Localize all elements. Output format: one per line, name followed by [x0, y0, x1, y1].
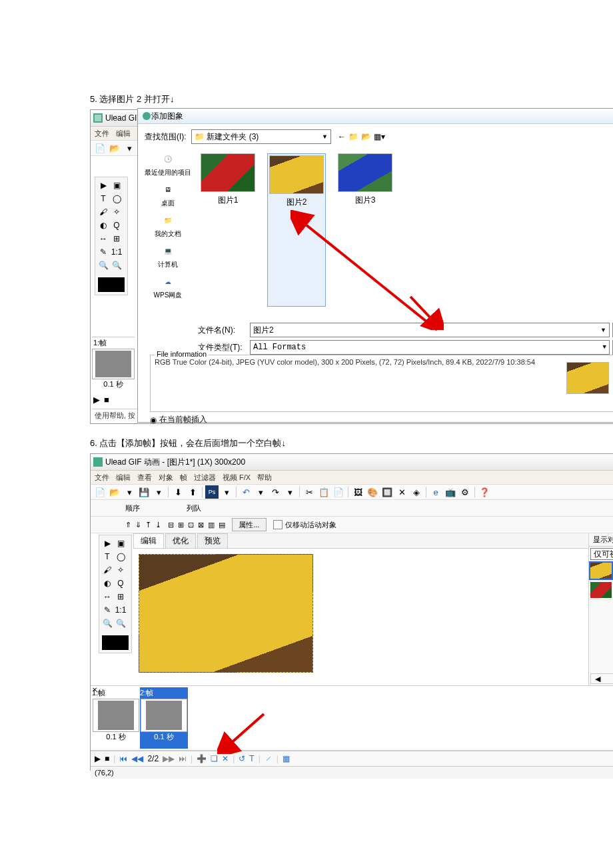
new-icon[interactable]: 📄 — [93, 485, 107, 499]
tab-optimize[interactable]: 优化 — [165, 533, 196, 548]
align-icon[interactable]: ▥ — [208, 521, 215, 529]
menu-help[interactable]: 帮助 — [257, 473, 272, 483]
tween-icon[interactable]: ↺ — [239, 754, 245, 763]
place-desktop[interactable]: 🖥桌面 — [159, 181, 177, 208]
menu-video[interactable]: 视频 F/X — [223, 473, 251, 483]
scale-tool[interactable]: 1:1 — [110, 245, 123, 259]
frame-2-selected[interactable] — [141, 699, 187, 732]
menu-file[interactable]: 文件 — [95, 129, 109, 139]
color-swatch[interactable] — [101, 634, 130, 651]
place-wps[interactable]: ☁WPS网盘 — [154, 273, 183, 300]
pointer-tool[interactable]: ▶ — [101, 537, 114, 550]
obj-row-2[interactable]: 👁 Obj - 2 (0,0)(宽 — [589, 561, 613, 581]
align-icon[interactable]: ▤ — [219, 521, 225, 529]
menu-file[interactable]: 文件 — [95, 473, 109, 483]
align-icon[interactable]: ⊟ — [168, 521, 174, 529]
cut-icon[interactable]: ✂ — [303, 485, 316, 499]
first-icon[interactable]: ⏮ — [119, 754, 127, 763]
circle-tool[interactable]: ◯ — [114, 550, 127, 563]
align-icon[interactable]: ⊞ — [178, 521, 184, 529]
zoomin-tool[interactable]: 🔍 — [97, 259, 110, 272]
prev-icon[interactable]: ◀◀ — [131, 754, 143, 763]
move-checkbox[interactable]: 仅移动活动对象 — [273, 520, 336, 530]
place-computer[interactable]: 💻计算机 — [158, 243, 178, 269]
zoomout-tool[interactable]: 🔍 — [110, 259, 123, 272]
settings-icon[interactable]: ▦ — [283, 754, 290, 763]
pointer-tool[interactable]: ▶ — [97, 179, 110, 192]
zoom-tool[interactable]: Q — [110, 219, 123, 232]
lasso-tool[interactable]: ✧ — [114, 563, 127, 577]
layer-icon[interactable]: ◈ — [410, 485, 423, 499]
bucket-tool[interactable]: ◐ — [101, 577, 114, 590]
frame-1[interactable] — [92, 349, 135, 379]
import-icon[interactable]: ⬇ — [171, 485, 185, 499]
add-frame-icon[interactable]: ➕ — [197, 754, 207, 763]
dropdown-icon[interactable]: ▾ — [123, 485, 136, 499]
text-tool[interactable]: T — [97, 192, 110, 205]
tab-preview[interactable]: 预览 — [197, 533, 228, 548]
insert-radio[interactable]: ◉在当前帧插入 — [150, 414, 207, 425]
crop-tool[interactable]: ⊞ — [110, 232, 123, 245]
marquee-tool[interactable]: ▣ — [114, 537, 127, 550]
menu-edit[interactable]: 编辑 — [116, 129, 131, 139]
align-icon[interactable]: ⊠ — [198, 521, 204, 529]
obj-row-1[interactable]: Obj - 1 (0,0)(宽 — [589, 581, 613, 600]
text-tool[interactable]: T — [101, 550, 114, 563]
back-icon[interactable]: ← — [338, 132, 346, 141]
marquee-tool[interactable]: ▣ — [110, 179, 123, 192]
ie-icon[interactable]: e — [429, 485, 442, 499]
dropper-tool[interactable]: ✎ — [101, 603, 114, 617]
crop-tool[interactable]: ⊞ — [114, 590, 127, 603]
gear-icon[interactable]: ⚙ — [458, 485, 472, 499]
place-recent[interactable]: 🕓最近使用的项目 — [145, 151, 191, 177]
properties-button[interactable]: 属性... — [232, 518, 267, 531]
thumb-1[interactable]: 图片1 — [201, 153, 255, 307]
menu-object[interactable]: 对象 — [159, 473, 173, 483]
next-icon[interactable]: ▶▶ — [163, 754, 175, 763]
thumb-3[interactable]: 图片3 — [338, 153, 392, 307]
undo-icon[interactable]: ↶ — [239, 485, 253, 499]
stop-icon[interactable]: ■ — [104, 395, 109, 405]
menu-filter[interactable]: 过滤器 — [194, 473, 216, 483]
circle-tool[interactable]: ◯ — [110, 192, 123, 205]
brush-tool[interactable]: 🖌 — [101, 563, 114, 577]
align-icon[interactable]: ⊡ — [188, 521, 194, 529]
open-icon[interactable]: 📂 — [108, 485, 121, 499]
export-icon[interactable]: ⬆ — [186, 485, 199, 499]
filetype-combo[interactable]: All Formats▼ — [250, 340, 610, 355]
color-swatch[interactable] — [97, 276, 126, 293]
canvas-image[interactable] — [139, 554, 313, 673]
help-icon[interactable]: ❓ — [478, 485, 491, 499]
paste-icon[interactable]: 📄 — [332, 485, 345, 499]
zoomin-tool[interactable]: 🔍 — [101, 617, 114, 630]
arrange-icon[interactable]: ⤓ — [155, 521, 161, 529]
frame-1[interactable] — [93, 699, 139, 732]
newfolder-icon[interactable]: 📂 — [361, 132, 371, 141]
fx-icon[interactable]: ⟋ — [265, 754, 273, 763]
arrange-icon[interactable]: ⇓ — [135, 521, 141, 529]
tv-icon[interactable]: 📺 — [444, 485, 457, 499]
move-tool[interactable]: ↔ — [101, 590, 114, 603]
delete-frame-icon[interactable]: ✕ — [222, 754, 229, 763]
dropdown-icon[interactable]: ▾ — [123, 141, 136, 155]
menu-view[interactable]: 查看 — [137, 473, 152, 483]
zoomout-tool[interactable]: 🔍 — [114, 617, 127, 630]
arrange-icon[interactable]: ⇑ — [125, 521, 131, 529]
filename-input[interactable]: 图片2▼ — [250, 323, 610, 337]
new-icon[interactable]: 📄 — [93, 141, 107, 155]
delete-icon[interactable]: ✕ — [395, 485, 408, 499]
open-icon[interactable]: 📂 — [108, 141, 121, 155]
thumb-2-selected[interactable]: 图片2 — [267, 153, 326, 307]
frame-icon[interactable]: 🔲 — [380, 485, 394, 499]
lasso-tool[interactable]: ✧ — [110, 205, 123, 219]
text-icon[interactable]: T — [249, 754, 254, 763]
color-icon[interactable]: 🎨 — [366, 485, 379, 499]
dup-frame-icon[interactable]: ❏ — [211, 754, 218, 763]
bucket-tool[interactable]: ◐ — [97, 219, 110, 232]
move-tool[interactable]: ↔ — [97, 232, 110, 245]
ps-icon[interactable]: Ps — [205, 485, 219, 499]
redo-icon[interactable]: ↷ — [269, 485, 282, 499]
copy-icon[interactable]: 📋 — [317, 485, 330, 499]
menu-edit[interactable]: 编辑 — [116, 473, 131, 483]
stop-icon[interactable]: ■ — [105, 754, 109, 763]
